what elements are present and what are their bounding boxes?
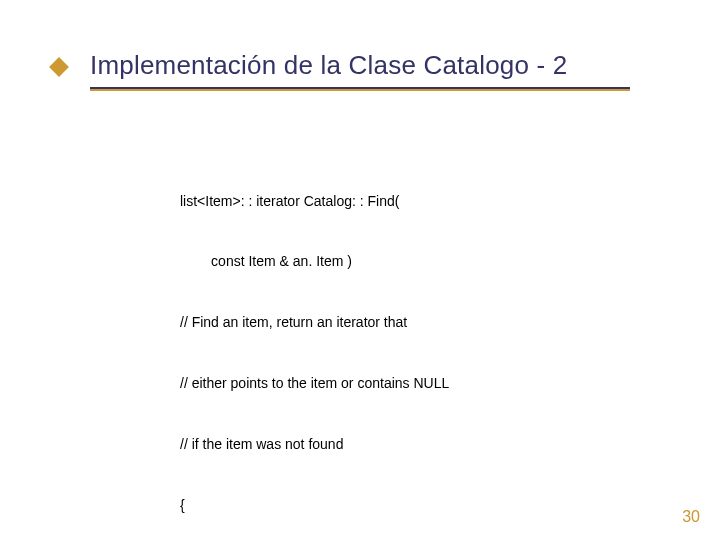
slide-title: Implementación de la Clase Catalogo - 2 <box>90 50 670 81</box>
code-line: // Find an item, return an iterator that <box>180 312 640 332</box>
bullet-diamond-icon <box>49 57 69 77</box>
title-underline <box>90 87 630 91</box>
code-line: list<Item>: : iterator Catalog: : Find( <box>180 191 640 211</box>
code-line: { <box>180 495 640 515</box>
code-line: const Item & an. Item ) <box>180 251 640 271</box>
title-block: Implementación de la Clase Catalogo - 2 <box>90 50 670 91</box>
code-block: list<Item>: : iterator Catalog: : Find( … <box>180 150 640 540</box>
code-line: // if the item was not found <box>180 434 640 454</box>
slide: Implementación de la Clase Catalogo - 2 … <box>0 0 720 540</box>
code-line: // either points to the item or contains… <box>180 373 640 393</box>
page-number: 30 <box>682 508 700 526</box>
